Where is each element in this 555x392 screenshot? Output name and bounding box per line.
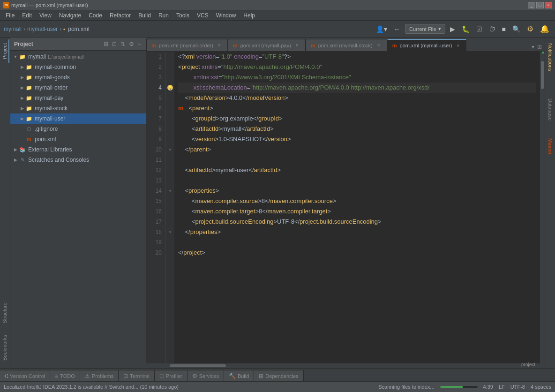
h-scroll[interactable]: project [146,363,545,368]
bottom-tab-terminal[interactable]: ⊡ Terminal [119,370,155,381]
scratches-icon: ✎ [19,156,26,164]
ln-2: 2 [146,62,165,72]
editor-footer-label: project [521,362,535,367]
menu-view[interactable]: View [36,11,55,20]
menu-bar: File Edit View Navigate Code Refactor Bu… [0,10,555,21]
menu-tools[interactable]: Tools [172,11,193,20]
menu-edit[interactable]: Edit [18,11,36,20]
hint-icon-4[interactable]: 💡 [167,85,173,90]
ln-5: 5 [146,93,165,103]
tree-scratches[interactable]: ▶ ✎ Scratches and Consoles [10,155,146,165]
settings-project-btn[interactable]: ⚙ [128,40,135,48]
tab-mymall-order[interactable]: m pom.xml (mymall-order) × [146,39,228,51]
tabs-expand-btn[interactable]: ⊞ [536,43,543,51]
extlib-arrow: ▶ [12,146,19,153]
bottom-tab-todo[interactable]: ≡ TODO [50,370,80,381]
tab-close-4[interactable]: × [455,42,461,49]
menu-code[interactable]: Code [85,11,106,20]
bottom-tab-vc[interactable]: ⑆ Version Control [0,370,50,381]
git-icon-btn[interactable]: 👤▾ [374,24,389,34]
tab-close-3[interactable]: × [375,42,382,49]
tab-close-2[interactable]: × [294,42,300,49]
tree-mymall-user[interactable]: ▶ 📁 mymall-user [10,113,146,124]
line-numbers: 1 2 3 4 5 6 7 8 9 10 11 12 13 14 15 16 1 [146,52,166,363]
scroll-thumb[interactable] [541,61,544,89]
breadcrumb-mymall-user[interactable]: mymall-user [27,26,58,32]
database-panel-tab[interactable]: Database [547,95,554,124]
fold-18[interactable]: ▼ [168,230,172,234]
breadcrumb-sep2: › [60,26,61,32]
search-everywhere-btn[interactable]: 🔍 [510,24,522,34]
user-label: mymall-user [35,115,65,122]
tree-mymall-pay[interactable]: ▶ 📁 mymall-pay [10,93,146,103]
tree-mymall-order[interactable]: ▶ 📁 mymall-order [10,83,146,93]
fold-14[interactable]: ▼ [168,189,172,193]
cursor-position[interactable]: 4:39 [483,384,493,390]
maximize-button[interactable]: □ [536,2,544,8]
gutter-4: 💡 [166,83,174,93]
collapse-all-btn[interactable]: ⊞ [103,40,109,48]
menu-build[interactable]: Build [135,11,155,20]
bottom-tab-build[interactable]: 🔨 Build [224,370,254,381]
menu-refactor[interactable]: Refactor [106,11,135,20]
tab-mymall-stock[interactable]: m pom.xml (mymall-stock) × [306,39,387,51]
status-bar: Localized IntelliJ IDEA 2023.1.2 is avai… [0,382,555,392]
menu-window[interactable]: Window [212,11,240,20]
encoding[interactable]: UTF-8 [510,384,525,390]
debug-btn[interactable]: 🐛 [460,24,472,34]
tab-close-1[interactable]: × [216,42,223,49]
tab-mymall-user[interactable]: m pom.xml (mymall-user) × [387,39,467,51]
menu-vcs[interactable]: VCS [193,11,212,20]
back-btn[interactable]: ← [392,24,402,34]
menu-file[interactable]: File [2,11,18,20]
minimize-panel-btn[interactable]: − [137,40,142,48]
tree-mymall-stock[interactable]: ▶ 📁 mymall-stock [10,103,146,113]
current-file-btn[interactable]: Current File ▾ [405,24,445,34]
tree-external-libs[interactable]: ▶ 📚 External Libraries [10,144,146,155]
services-label: Services [199,373,219,379]
tabs-list-btn[interactable]: ▾ [531,43,535,51]
bookmarks-side-tab[interactable]: Bookmarks [1,331,9,364]
profile-btn[interactable]: ⏱ [487,24,497,34]
editor-scrollbar[interactable] [540,52,545,363]
tree-mymall-common[interactable]: ▶ 📁 mymall-common [10,62,146,72]
minimize-button[interactable]: _ [528,2,535,8]
bottom-tab-profiler[interactable]: ⬡ Profiler [155,370,188,381]
code-content[interactable]: <?xml version="1.0" encoding="UTF-8"?> <… [174,52,540,363]
terminal-icon: ⊡ [123,373,128,379]
pom-icon: m [25,136,33,143]
bottom-tab-dependencies[interactable]: ⊞ Dependencies [254,370,303,381]
goods-folder-icon: 📁 [25,74,33,81]
tree-root[interactable]: ▼ 📁 mymall E:\project\mymall [10,52,146,62]
gutter-19 [166,237,174,248]
breadcrumb-mymall[interactable]: mymall [4,26,22,32]
tree-pom-xml[interactable]: ▶ m pom.xml [10,134,146,144]
notifications-btn[interactable]: 🔔 [538,23,551,34]
fold-10[interactable]: ▼ [168,148,172,152]
tree-gitignore[interactable]: ▶ ⬡ .gitignore [10,124,146,134]
tab-mymall-pay[interactable]: m pom.xml (mymall-pay) × [228,39,306,51]
maven-panel-tab[interactable]: Maven [547,135,554,158]
scroll-to-btn[interactable]: ⊡ [111,40,118,48]
stop-btn[interactable]: ■ [500,24,508,34]
coverage-btn[interactable]: ☑ [474,24,484,34]
status-message[interactable]: Localized IntelliJ IDEA 2023.1.2 is avai… [4,384,371,390]
sort-btn[interactable]: ⇅ [120,40,126,48]
settings-btn[interactable]: ⚙ [525,23,535,34]
scratches-arrow: ▶ [12,157,19,163]
menu-navigate[interactable]: Navigate [55,11,85,20]
indent-info[interactable]: 4 spaces [531,384,551,390]
menu-run[interactable]: Run [155,11,172,20]
bottom-tab-services[interactable]: ⚙ Services [188,370,224,381]
bottom-tab-problems[interactable]: ⚠ Problems [80,370,119,381]
order-folder-icon: 📁 [25,84,33,91]
structure-side-tab[interactable]: Structure [1,299,9,327]
project-side-tab[interactable]: Project [1,39,9,63]
notifications-panel-tab[interactable]: Notifications [547,39,554,75]
run-btn[interactable]: ▶ [448,24,457,34]
tree-mymall-goods[interactable]: ▶ 📁 mymall-goods [10,72,146,83]
h-scroll-thumb[interactable] [170,364,226,367]
line-ending[interactable]: LF [499,384,505,390]
menu-help[interactable]: Help [240,11,259,20]
close-button[interactable]: × [545,2,552,8]
